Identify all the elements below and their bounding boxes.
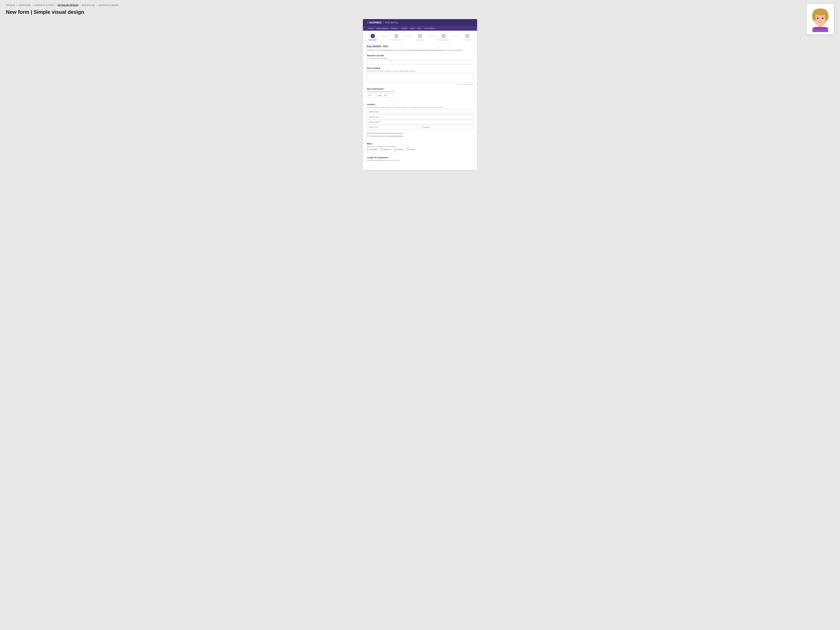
step-1[interactable]: 1 Key details (367, 34, 379, 41)
svg-point-18 (823, 20, 826, 22)
step-1-label: Key details (369, 39, 377, 41)
volunteer-role-title-group: Volunteer role title For example, Retail… (367, 55, 473, 65)
commitment-group: Length of commitment How long will the v… (367, 156, 473, 161)
address-line-1-input[interactable] (367, 110, 473, 114)
nav-awards[interactable]: Awards (399, 26, 409, 31)
nationwide-checkbox-row: Check this box if the role is available … (367, 135, 473, 137)
breadcrumb-initiate: INITIATE (6, 4, 15, 6)
when-group: When When will the volunteer be voluntee… (367, 143, 473, 151)
flexible-label: Flexible (410, 148, 415, 150)
volunteer-role-title-hint: For example, Retail assistant. (367, 57, 473, 59)
org-name: Anna Test Org (385, 22, 398, 24)
section-desc: This section is for the key details of t… (367, 49, 473, 51)
volunteer-role-title-input[interactable] (367, 60, 473, 65)
postcode-input[interactable] (421, 125, 473, 129)
evenings-label: Evenings (397, 148, 404, 150)
step-3-label: Add image (416, 39, 424, 41)
nationwide-checkbox[interactable] (367, 135, 369, 137)
step-5-circle: 5 (465, 34, 469, 38)
town-input[interactable] (367, 125, 419, 129)
commitment-label: Length of commitment (367, 156, 473, 159)
short-heading-textarea[interactable] (367, 73, 473, 82)
age-requirements-label: Age requirements (367, 88, 473, 90)
svg-point-11 (825, 11, 828, 14)
svg-rect-2 (815, 27, 826, 29)
svg-point-16 (820, 20, 821, 21)
address-line-3-input[interactable] (367, 120, 473, 124)
svg-point-14 (818, 18, 818, 18)
nav-bar: Home Opportunities People Awards Stats H… (363, 26, 477, 31)
steps-row: 1 Key details 2 Role information 3 Add i… (363, 31, 477, 41)
sep2: | (32, 4, 33, 6)
evenings-checkbox[interactable] (394, 148, 396, 151)
weekends-label: Weekends (384, 148, 391, 150)
commitment-hint: How long will the volunteer need to comm… (367, 159, 473, 161)
nav-stats[interactable]: Stats (409, 26, 416, 31)
section-title: Key details new (367, 45, 473, 48)
weekends-check-item: Weekends (380, 148, 391, 151)
weekends-checkbox[interactable] (380, 148, 383, 151)
page-title: New form | Simple visual design (6, 9, 834, 15)
breadcrumb-build: BUILD & QA (82, 4, 95, 6)
volunteer-role-title-label: Volunteer role title (367, 55, 473, 57)
flexible-check-item: Flexible (406, 148, 415, 151)
avatar-image (808, 6, 832, 32)
when-hint: When will the volunteer be volunteering? (367, 146, 473, 147)
when-label: When (367, 143, 473, 145)
step-5[interactable]: 5 Preview (461, 34, 473, 41)
home-checkbox[interactable] (367, 132, 369, 134)
nav-user[interactable]: Anna Clarke (423, 26, 437, 31)
short-heading-hint: Introduce the role in 200 characters or … (367, 70, 473, 72)
svg-point-9 (819, 9, 822, 12)
evenings-check-item: Evenings (394, 148, 404, 151)
logo: V•INSPIRED (367, 21, 382, 24)
form-wrapper: V•INSPIRED | Anna Test Org Home Opportun… (363, 19, 477, 170)
age-max-input[interactable] (383, 93, 393, 98)
address-line-2-input[interactable] (367, 115, 473, 119)
checkbox-group: Check this box if the role can be done a… (367, 132, 473, 137)
age-row: and (367, 93, 473, 98)
svg-point-7 (813, 11, 816, 14)
location-group: Location Please enter the location of wh… (367, 103, 473, 129)
step-3[interactable]: 3 Add image (414, 34, 426, 41)
svg-point-15 (823, 18, 823, 18)
age-requirements-group: Age requirements How old should voluntee… (367, 88, 473, 98)
form-content: Key details new This section is for the … (363, 41, 477, 170)
home-checkbox-row: Check this box if the role can be done a… (367, 132, 473, 134)
pipe: | (383, 22, 384, 24)
divider-3 (367, 153, 473, 154)
step-3-circle: 3 (418, 34, 422, 38)
sep3: | (55, 4, 56, 6)
flexible-checkbox[interactable] (406, 148, 409, 151)
nav-people[interactable]: People (390, 26, 399, 31)
breadcrumb-discover: DISCOVER (19, 4, 31, 6)
sep4: | (80, 4, 81, 6)
breadcrumb: INITIATE | DISCOVER | CONCEPT & TEST | D… (6, 4, 834, 6)
char-count: 300 characters remaining (367, 84, 473, 85)
nationwide-checkbox-label: Check this box if the role is available … (370, 135, 403, 137)
step-2-label: Role information (391, 39, 402, 41)
nav-opportunities[interactable]: Opportunities (375, 26, 390, 31)
weekdays-label: Weekdays (370, 148, 377, 150)
nav-home[interactable]: Home (367, 26, 375, 31)
breadcrumb-detailed: DETAILED DESIGN (58, 4, 78, 6)
new-badge: new (383, 46, 388, 47)
sep1: | (17, 4, 17, 6)
step-4-label: Finding your role (438, 39, 450, 41)
divider-2 (367, 140, 473, 140)
breadcrumb-concept: CONCEPT & TEST (35, 4, 54, 6)
step-1-circle: 1 (371, 34, 375, 38)
step-2[interactable]: 2 Role information (390, 34, 402, 41)
weekdays-checkbox[interactable] (367, 148, 369, 151)
nav-help[interactable]: Help (416, 26, 423, 31)
step-4-circle: 4 (442, 34, 446, 38)
location-label: Location (367, 103, 473, 106)
step-4[interactable]: 4 Finding your role (438, 34, 450, 41)
svg-point-17 (815, 20, 817, 22)
short-heading-group: Short heading Introduce the role in 200 … (367, 67, 473, 85)
age-min-input[interactable] (367, 93, 377, 98)
divider-1 (367, 100, 473, 101)
sep5: | (96, 4, 97, 6)
age-requirements-hint: How old should volunteers be between? (367, 91, 473, 93)
svg-point-8 (816, 9, 819, 13)
